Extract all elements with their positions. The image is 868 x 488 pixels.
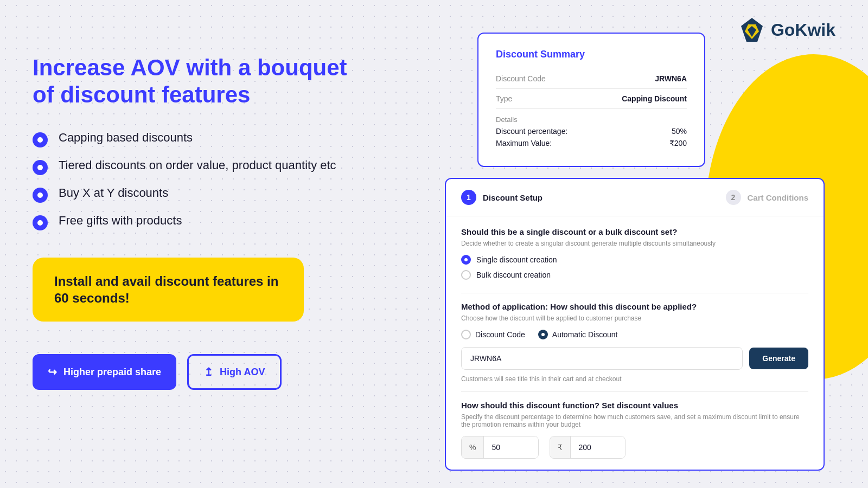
logo-area: GoKwik	[738, 16, 835, 43]
section2-desc: Choose how the discount will be applied …	[461, 314, 808, 322]
main-heading: Increase AOV with a bouquet of discount …	[33, 54, 347, 109]
gokwik-logo-icon	[738, 16, 765, 43]
section3-desc: Specify the discount percentage to deter…	[461, 413, 808, 428]
divider1	[461, 293, 808, 293]
install-box: Install and avail discount features in 6…	[33, 258, 304, 322]
type-label: Type	[496, 94, 512, 103]
code-input[interactable]	[461, 347, 743, 370]
max-value: ₹200	[669, 139, 687, 147]
section3: How should this discount function? Set d…	[461, 401, 808, 459]
percentage-value: 50%	[672, 127, 687, 136]
max-value-row: Maximum Value: ₹200	[496, 139, 687, 147]
rupee-input-wrap: ₹	[550, 436, 626, 459]
percent-input-wrap: %	[461, 436, 539, 459]
feature-text: Buy X at Y discounts	[59, 186, 168, 200]
type-value: Capping Discount	[622, 94, 687, 103]
action-buttons: ↪ Higher prepaid share ↥ High AOV	[33, 354, 347, 390]
discount-code-label: Discount Code	[475, 330, 525, 339]
summary-code-row: Discount Code JRWN6A	[496, 69, 687, 89]
percent-input[interactable]	[484, 436, 538, 458]
feature-text: Capping based discounts	[59, 131, 193, 145]
automatic-discount-label: Automatic Discount	[552, 330, 618, 339]
method-radio-group: Discount Code Automatic Discount	[461, 330, 808, 339]
code-hint-text: Customers will see title this in their c…	[461, 375, 808, 383]
card-body: Should this be a single discount or a bu…	[446, 216, 824, 470]
single-discount-option[interactable]: Single discount creation	[461, 255, 808, 265]
aov-btn-label: High AOV	[220, 367, 265, 378]
card-header: 1 Discount Setup 2 Cart Conditions	[446, 179, 824, 216]
higher-prepaid-share-button[interactable]: ↪ Higher prepaid share	[33, 354, 176, 390]
bulk-discount-label: Bulk discount creation	[476, 271, 551, 279]
feature-text: Free gifts with products	[59, 214, 182, 228]
discount-summary-title: Discount Summary	[496, 49, 687, 60]
bullet-inner	[37, 220, 43, 226]
prepaid-btn-label: Higher prepaid share	[63, 367, 161, 378]
section1-desc: Decide whether to create a singular disc…	[461, 240, 808, 247]
radio-inner	[464, 258, 468, 261]
discount-values-row: % ₹	[461, 436, 808, 459]
radio-selected-dot	[461, 255, 471, 265]
section1-radio-group: Single discount creation Bulk discount c…	[461, 255, 808, 280]
section2: Method of application: How should this d…	[461, 302, 808, 383]
radio-active-inner	[541, 333, 545, 336]
step1-indicator: 1 Discount Setup	[461, 190, 542, 205]
right-section: Discount Summary Discount Code JRWN6A Ty…	[445, 33, 825, 471]
bullet-inner	[37, 192, 43, 198]
code-input-row: Generate	[461, 347, 808, 370]
bullet-icon	[33, 188, 48, 203]
bulk-discount-option[interactable]: Bulk discount creation	[461, 270, 808, 280]
code-label: Discount Code	[496, 74, 546, 83]
max-label: Maximum Value:	[496, 139, 552, 147]
divider2	[461, 391, 808, 392]
details-label: Details	[496, 109, 687, 127]
step2-indicator: 2 Cart Conditions	[726, 190, 809, 205]
list-item: Tiered discounts on order value, product…	[33, 158, 347, 175]
bullet-inner	[37, 137, 43, 143]
radio-empty-discount-code	[461, 330, 471, 339]
install-text: Install and avail discount features in 6…	[54, 273, 282, 306]
bullet-icon	[33, 132, 48, 147]
step1-label: Discount Setup	[483, 193, 542, 202]
generate-button[interactable]: Generate	[749, 348, 808, 369]
high-aov-button[interactable]: ↥ High AOV	[187, 354, 282, 390]
step2-number: 2	[726, 190, 741, 205]
bullet-inner	[37, 165, 43, 170]
rupee-prefix: ₹	[550, 436, 571, 458]
section3-question: How should this discount function? Set d…	[461, 401, 808, 410]
radio-active-auto	[538, 330, 548, 339]
section2-question: Method of application: How should this d…	[461, 302, 808, 311]
prepaid-icon: ↪	[48, 365, 57, 378]
list-item: Buy X at Y discounts	[33, 186, 347, 203]
logo-text: GoKwik	[771, 20, 835, 40]
percentage-label: Discount percentage:	[496, 127, 567, 136]
bullet-icon	[33, 215, 48, 230]
step1-number: 1	[461, 190, 476, 205]
code-value: JRWN6A	[655, 74, 687, 83]
automatic-discount-option[interactable]: Automatic Discount	[538, 330, 618, 339]
discount-setup-card: 1 Discount Setup 2 Cart Conditions Shoul…	[445, 178, 825, 471]
list-item: Capping based discounts	[33, 131, 347, 147]
left-section: Increase AOV with a bouquet of discount …	[33, 54, 347, 390]
rupee-input[interactable]	[571, 436, 625, 458]
feature-list: Capping based discounts Tiered discounts…	[33, 131, 347, 230]
feature-text: Tiered discounts on order value, product…	[59, 158, 336, 172]
single-discount-label: Single discount creation	[476, 255, 557, 264]
section1: Should this be a single discount or a bu…	[461, 227, 808, 280]
summary-type-row: Type Capping Discount	[496, 89, 687, 109]
aov-icon: ↥	[204, 365, 213, 378]
discount-summary-card: Discount Summary Discount Code JRWN6A Ty…	[477, 33, 705, 167]
list-item: Free gifts with products	[33, 214, 347, 230]
bullet-icon	[33, 160, 48, 175]
percentage-row: Discount percentage: 50%	[496, 127, 687, 136]
step2-label: Cart Conditions	[748, 193, 809, 202]
discount-code-option[interactable]: Discount Code	[461, 330, 525, 339]
radio-empty-dot	[461, 270, 471, 280]
percent-prefix: %	[462, 436, 484, 458]
section1-question: Should this be a single discount or a bu…	[461, 227, 808, 236]
